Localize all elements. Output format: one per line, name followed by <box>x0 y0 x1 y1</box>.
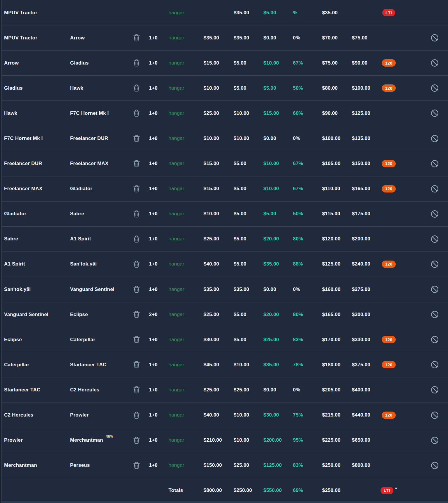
delete-button[interactable] <box>133 210 140 218</box>
cost-cell: $15.00 <box>204 186 234 192</box>
delete-cell <box>129 160 144 168</box>
quantity: 1+0 <box>144 437 169 443</box>
new-badge: NEW <box>106 435 113 438</box>
ccu-row: Freelancer DUR Freelancer MAX 1+0 hangar… <box>2 151 448 176</box>
to-ship: Starlancer TAC <box>70 362 106 367</box>
from-ship: Prowler <box>4 437 70 443</box>
delete-button[interactable] <box>133 311 140 318</box>
prohibited-icon[interactable] <box>430 310 439 319</box>
prohibited-icon[interactable] <box>430 411 439 419</box>
prohibited-icon[interactable] <box>430 386 439 394</box>
insurance-badge: 120 <box>382 336 396 343</box>
trash-icon <box>133 235 140 243</box>
prohibited-icon[interactable] <box>430 210 439 218</box>
delete-button[interactable] <box>133 386 140 394</box>
prohibited-icon[interactable] <box>430 335 439 344</box>
delete-button[interactable] <box>133 285 140 293</box>
totals-melt: $250.00 <box>234 488 263 493</box>
cost-cell: $25.00 <box>204 110 234 116</box>
prohibited-icon[interactable] <box>430 461 439 470</box>
badge-cell: 120 <box>380 261 398 268</box>
delete-button[interactable] <box>133 462 140 469</box>
delete-button[interactable] <box>133 160 140 168</box>
delete-button[interactable] <box>133 235 140 243</box>
melt-cell: $10.00 <box>234 412 263 418</box>
savings-cell: $10.00 <box>263 60 293 66</box>
prohibited-icon[interactable] <box>430 260 439 268</box>
prohibited-icon[interactable] <box>430 185 439 193</box>
to-ship-cell: Arrow <box>70 35 129 41</box>
prohibited-icon[interactable] <box>430 285 439 294</box>
prohibited-icon[interactable] <box>430 109 439 117</box>
melt-cell: $35.00 <box>234 10 263 16</box>
ccu-row: F7C Hornet Mk I Freelancer DUR 1+0 hanga… <box>2 126 448 151</box>
from-ship: Eclipse <box>4 337 70 343</box>
prohibited-icon[interactable] <box>430 134 439 143</box>
ccu-row: Sabre A1 Spirit 1+0 hangar $25.00 $5.00 … <box>2 226 448 252</box>
savings-cell: $20.00 <box>263 312 293 318</box>
prohibited-cell <box>398 436 448 445</box>
delete-button[interactable] <box>133 361 140 369</box>
badge-cell: 120 <box>380 412 398 419</box>
quantity: 1+0 <box>144 60 169 66</box>
percent-cell: 50% <box>293 85 322 91</box>
prohibited-icon[interactable] <box>430 34 439 42</box>
to-ship-cell: Freelancer DUR <box>70 136 129 141</box>
delete-button[interactable] <box>133 59 140 67</box>
to-ship: Perseus <box>70 462 90 468</box>
insurance-badge: 120 <box>382 185 396 192</box>
insurance-badge: 120 <box>382 84 396 92</box>
delete-button[interactable] <box>133 411 140 419</box>
to-ship-cell: Caterpillar <box>70 337 129 343</box>
prohibited-icon[interactable] <box>430 235 439 243</box>
to-ship-cell: Perseus <box>70 462 129 468</box>
delete-button[interactable] <box>133 336 140 344</box>
cost-cell: $40.00 <box>204 412 234 418</box>
prohibited-icon[interactable] <box>430 436 439 445</box>
ccu-row: Caterpillar Starlancer TAC 1+0 hangar $4… <box>2 352 448 377</box>
percent-cell: 80% <box>293 312 322 318</box>
prohibited-icon[interactable] <box>430 159 439 168</box>
quantity: 1+0 <box>144 387 169 393</box>
quantity: 1+0 <box>144 362 169 368</box>
delete-button[interactable] <box>133 84 140 92</box>
totals-savings: $550.00 <box>263 488 293 493</box>
to-ship: Arrow <box>70 35 85 41</box>
insurance-badge: 120 <box>382 412 396 419</box>
melt-cell: $5.00 <box>234 337 263 343</box>
delete-button[interactable] <box>133 185 140 193</box>
delete-button[interactable] <box>133 34 140 42</box>
prohibited-icon[interactable] <box>430 84 439 92</box>
quantity: 2+0 <box>144 312 169 318</box>
badge-cell: 120 <box>380 160 398 167</box>
from-ship: Gladius <box>4 85 70 91</box>
to-ship: Caterpillar <box>70 337 95 342</box>
delete-cell <box>129 462 144 469</box>
quantity: 1+0 <box>144 110 169 116</box>
from-ship: Sabre <box>4 236 70 242</box>
prohibited-icon[interactable] <box>430 59 439 67</box>
trash-icon <box>133 411 140 419</box>
running-total-cell: $215.00 <box>322 412 352 418</box>
melt-cell: $5.00 <box>234 211 263 217</box>
trash-icon <box>133 260 140 268</box>
delete-button[interactable] <box>133 109 140 117</box>
running-total-cell: $170.00 <box>322 337 352 343</box>
delete-cell <box>129 109 144 117</box>
horizontal-scrollbar[interactable] <box>2 501 448 503</box>
location-label: hangar <box>169 437 204 443</box>
melt-cell: $5.00 <box>234 312 263 318</box>
prohibited-cell <box>398 59 448 67</box>
from-ship: Vanguard Sentinel <box>4 312 70 318</box>
delete-button[interactable] <box>133 436 140 444</box>
to-ship: San'tok.yāi <box>70 261 97 267</box>
prohibited-cell <box>398 159 448 168</box>
percent-cell: 0% <box>293 136 322 141</box>
delete-button[interactable] <box>133 135 140 143</box>
prohibited-icon[interactable] <box>430 360 439 369</box>
melt-cell: $5.00 <box>234 261 263 267</box>
ccu-row: Freelancer MAX Gladiator 1+0 hangar $15.… <box>2 176 448 201</box>
delete-button[interactable] <box>133 260 140 268</box>
trash-icon <box>133 462 140 469</box>
delete-cell <box>129 411 144 419</box>
